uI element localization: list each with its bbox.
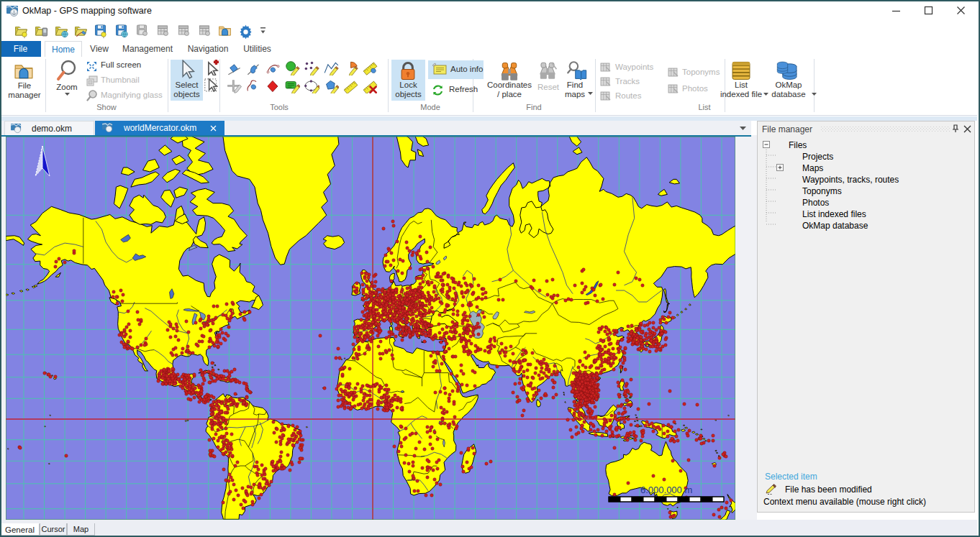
svg-text:6.000.000 m: 6.000.000 m bbox=[640, 485, 692, 495]
